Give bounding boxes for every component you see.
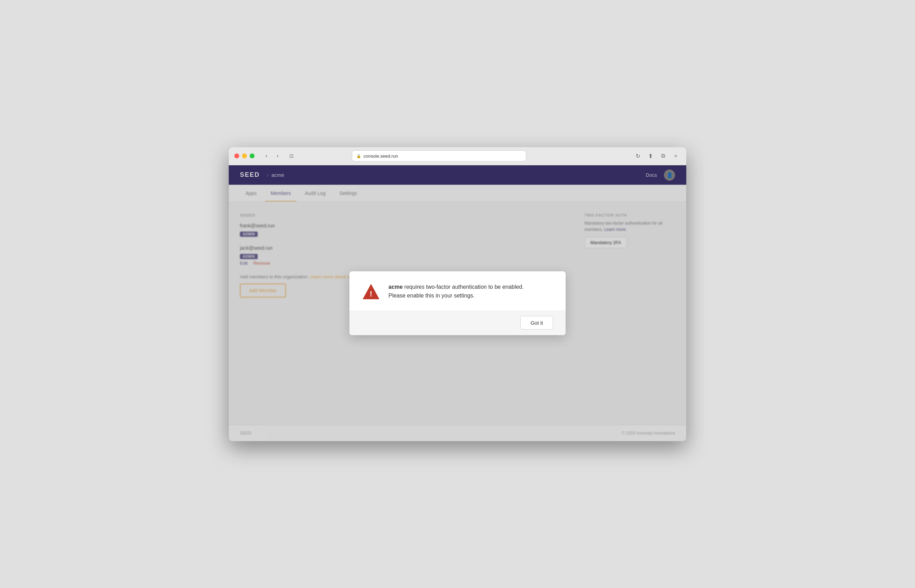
modal-overlay: ! acme requires two-factor authenticatio… <box>229 165 686 441</box>
new-tab-button[interactable]: ⧉ <box>658 151 668 161</box>
alert-modal: ! acme requires two-factor authenticatio… <box>349 271 566 335</box>
browser-nav: ‹ › <box>261 151 282 161</box>
modal-message-part1: requires two-factor authentication to be… <box>403 284 524 290</box>
fullscreen-button[interactable] <box>250 153 255 158</box>
got-it-button[interactable]: Got it <box>520 316 553 330</box>
modal-footer: Got it <box>349 310 566 335</box>
modal-message: acme requires two-factor authentication … <box>389 283 553 300</box>
traffic-lights <box>234 153 255 158</box>
modal-body: ! acme requires two-factor authenticatio… <box>349 271 566 310</box>
modal-org-name: acme <box>389 284 403 290</box>
address-bar[interactable]: 🔒 console.seed.run <box>352 150 526 162</box>
warning-icon: ! <box>362 283 380 302</box>
add-tab-button[interactable]: ＋ <box>671 151 681 161</box>
sidebar-toggle-button[interactable]: ⊡ <box>287 151 296 161</box>
browser-titlebar: ‹ › ⊡ 🔒 console.seed.run ↻ ⬆ ⧉ ＋ <box>229 147 686 165</box>
minimize-button[interactable] <box>242 153 247 158</box>
forward-button[interactable]: › <box>273 151 282 161</box>
back-button[interactable]: ‹ <box>261 151 271 161</box>
reload-button[interactable]: ↻ <box>633 151 643 161</box>
modal-text: acme requires two-factor authentication … <box>389 283 553 300</box>
app-content: SEED › acme Docs 👤 Apps Members Audit Lo… <box>229 165 686 441</box>
share-button[interactable]: ⬆ <box>646 151 655 161</box>
svg-text:!: ! <box>370 289 372 298</box>
url-text: console.seed.run <box>363 153 398 159</box>
browser-actions: ↻ ⬆ ⧉ ＋ <box>633 151 681 161</box>
modal-message-part2: Please enable this in your settings. <box>389 292 474 299</box>
browser-window: ‹ › ⊡ 🔒 console.seed.run ↻ ⬆ ⧉ ＋ SEED › … <box>229 147 686 441</box>
close-button[interactable] <box>234 153 239 158</box>
lock-icon: 🔒 <box>357 154 361 158</box>
